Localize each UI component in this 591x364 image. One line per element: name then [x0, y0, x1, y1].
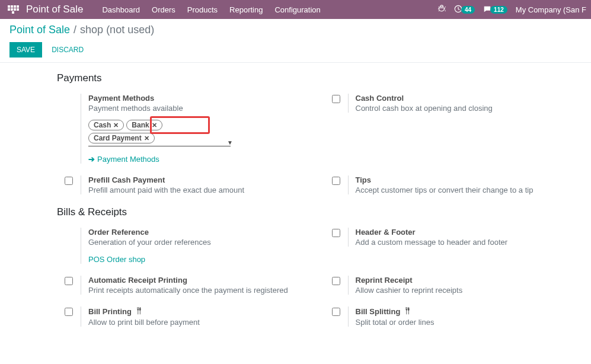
row-billprint-billsplit: Bill Printing Allow to print bill before…	[57, 306, 591, 327]
payment-methods-content: Payment Methods Payment methods availabl…	[81, 94, 324, 164]
arrow-right-icon: ➔	[88, 155, 95, 164]
payment-methods-link[interactable]: ➔ Payment Methods	[88, 155, 324, 164]
cutlery-icon-2	[404, 306, 412, 317]
headerfooter-desc: Add a custom message to header and foote…	[356, 238, 592, 247]
headerfooter-checkbox[interactable]	[332, 229, 340, 237]
checkbox-billprint	[57, 306, 81, 316]
reprint-desc: Allow cashier to reprint receipts	[356, 286, 592, 295]
col-billsplit: Bill Splitting Split total or order line…	[324, 306, 592, 327]
prefill-desc: Prefill amount paid with the exact due a…	[88, 186, 324, 194]
tag-card-payment: Card Payment ✕	[88, 133, 155, 143]
tips-checkbox[interactable]	[332, 177, 340, 185]
messages-badge: 112	[490, 6, 507, 14]
tag-bank: Bank ✕	[126, 120, 162, 130]
col-cash-control: Cash Control Control cash box at opening…	[324, 94, 592, 164]
breadcrumb: Point of Sale / shop (not used)	[9, 24, 582, 36]
save-button[interactable]: SAVE	[9, 42, 42, 58]
orderref-content: Order Reference Generation of your order…	[81, 228, 324, 264]
bug-icon[interactable]	[437, 5, 446, 15]
billsplit-checkbox[interactable]	[332, 308, 340, 316]
autoprint-content: Automatic Receipt Printing Print receipt…	[81, 276, 324, 295]
top-nav: Point of Sale Dashboard Orders Products …	[0, 0, 591, 19]
breadcrumb-sep: /	[74, 24, 76, 36]
control-bar: Point of Sale / shop (not used) SAVE DIS…	[0, 19, 591, 63]
nav-right: 44 112 My Company (San F	[437, 5, 586, 15]
checkbox-slot-empty	[57, 94, 81, 95]
form-body: Payments Payment Methods Payment methods…	[0, 63, 591, 348]
prefill-content: Prefill Cash Payment Prefill amount paid…	[81, 175, 324, 194]
tag-card-label: Card Payment	[94, 134, 142, 142]
section-bills-title: Bills & Receipts	[57, 206, 591, 218]
tag-cash-remove-icon[interactable]: ✕	[113, 122, 119, 129]
checkbox-reprint	[324, 276, 348, 285]
billsplit-label-text: Bill Splitting	[356, 307, 401, 316]
col-headerfooter: Header & Footer Add a custom message to …	[324, 228, 592, 264]
company-selector[interactable]: My Company (San F	[516, 5, 586, 14]
nav-configuration[interactable]: Configuration	[274, 5, 320, 14]
payment-methods-label: Payment Methods	[88, 94, 324, 103]
cash-control-desc: Control cash box at opening and closing	[356, 104, 592, 113]
checkbox-slot-empty-2	[57, 228, 81, 229]
payment-methods-link-label: Payment Methods	[97, 155, 159, 164]
tips-content: Tips Accept customer tips or convert the…	[348, 175, 592, 194]
cash-control-content: Cash Control Control cash box at opening…	[348, 94, 592, 113]
checkbox-headerfooter	[324, 228, 348, 237]
col-payment-methods: Payment Methods Payment methods availabl…	[57, 94, 324, 164]
billsplit-desc: Split total or order lines	[356, 318, 592, 327]
dropdown-caret-icon[interactable]: ▼	[227, 139, 233, 146]
billprint-label: Bill Printing	[88, 306, 324, 317]
payment-methods-tags[interactable]: Cash ✕ Bank ✕ Card Payment ✕ ▼	[88, 120, 231, 146]
billprint-desc: Allow to print bill before payment	[88, 318, 324, 327]
orderref-desc: Generation of your order references	[88, 238, 324, 247]
reprint-label: Reprint Receipt	[356, 276, 592, 285]
tag-card-remove-icon[interactable]: ✕	[144, 135, 149, 142]
col-prefill: Prefill Cash Payment Prefill amount paid…	[57, 175, 324, 194]
billsplit-content: Bill Splitting Split total or order line…	[348, 306, 592, 327]
cash-control-checkbox[interactable]	[332, 95, 340, 103]
headerfooter-content: Header & Footer Add a custom message to …	[348, 228, 592, 247]
col-reprint: Reprint Receipt Allow cashier to reprint…	[324, 276, 592, 295]
tips-label: Tips	[356, 175, 592, 184]
row-prefill-tips: Prefill Cash Payment Prefill amount paid…	[57, 175, 591, 194]
reprint-checkbox[interactable]	[332, 277, 340, 285]
discard-button[interactable]: DISCARD	[49, 42, 86, 58]
reprint-content: Reprint Receipt Allow cashier to reprint…	[348, 276, 592, 295]
activity-indicator[interactable]: 44	[454, 5, 475, 15]
autoprint-checkbox[interactable]	[65, 277, 73, 285]
messages-indicator[interactable]: 112	[483, 5, 507, 15]
nav-products[interactable]: Products	[187, 5, 218, 14]
tag-cash: Cash ✕	[88, 120, 124, 130]
cash-control-label: Cash Control	[356, 94, 592, 103]
col-orderref: Order Reference Generation of your order…	[57, 228, 324, 264]
orderref-link[interactable]: POS Order shop	[88, 255, 324, 264]
row-autoprint-reprint: Automatic Receipt Printing Print receipt…	[57, 276, 591, 295]
nav-reporting[interactable]: Reporting	[229, 5, 263, 14]
activity-badge: 44	[461, 6, 475, 14]
cutlery-icon	[135, 306, 143, 317]
section-payments-title: Payments	[57, 72, 591, 84]
checkbox-autoprint	[57, 276, 81, 285]
checkbox-cash-control	[324, 94, 348, 103]
brand-title: Point of Sale	[26, 4, 83, 15]
tag-bank-label: Bank	[132, 121, 149, 129]
checkbox-prefill	[57, 175, 81, 185]
payment-methods-desc: Payment methods available	[88, 104, 324, 113]
checkbox-tips	[324, 175, 348, 185]
tips-desc: Accept customer tips or convert their ch…	[356, 186, 592, 194]
billsplit-label: Bill Splitting	[356, 306, 592, 317]
breadcrumb-root[interactable]: Point of Sale	[9, 24, 70, 36]
apps-icon[interactable]	[7, 4, 19, 15]
prefill-checkbox[interactable]	[65, 177, 73, 185]
col-tips: Tips Accept customer tips or convert the…	[324, 175, 592, 194]
billprint-label-text: Bill Printing	[88, 307, 132, 316]
breadcrumb-current: shop (not used)	[80, 24, 154, 36]
action-buttons: SAVE DISCARD	[9, 42, 582, 62]
tag-bank-remove-icon[interactable]: ✕	[152, 122, 157, 129]
autoprint-label: Automatic Receipt Printing	[88, 276, 324, 285]
prefill-label: Prefill Cash Payment	[88, 175, 324, 184]
nav-dashboard[interactable]: Dashboard	[102, 5, 140, 14]
nav-orders[interactable]: Orders	[152, 5, 175, 14]
billprint-checkbox[interactable]	[65, 308, 73, 316]
checkbox-billsplit	[324, 306, 348, 316]
orderref-label: Order Reference	[88, 228, 324, 237]
